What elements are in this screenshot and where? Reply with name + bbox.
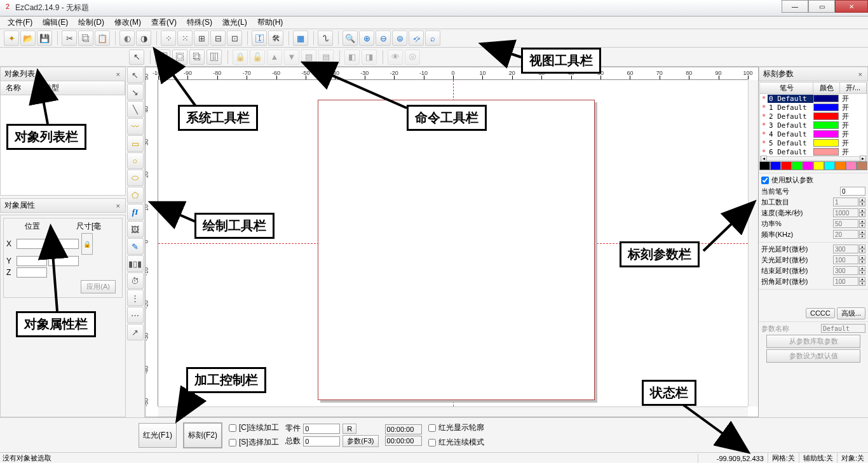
pen-row[interactable]: *5 Default开 — [760, 138, 867, 147]
cccc-button[interactable]: CCCC — [806, 308, 835, 318]
menu-edit[interactable]: 编辑(E) — [37, 16, 73, 29]
status-grid[interactable]: 网格:关 — [768, 453, 799, 463]
fill-icon[interactable]: ▨ — [301, 50, 316, 65]
set-default-button[interactable]: 参数设为默认值 — [766, 349, 860, 363]
snap-obj-icon[interactable]: ⊡ — [227, 30, 242, 46]
from-lib-button[interactable]: 从参数库取参数 — [766, 335, 860, 348]
color-swatch[interactable] — [835, 161, 846, 170]
menu-modify[interactable]: 修改(M) — [109, 16, 146, 29]
scrollbar-vertical[interactable] — [748, 80, 758, 406]
param-name-input[interactable] — [821, 324, 865, 333]
zoom-all-icon[interactable]: 🝰 — [409, 30, 424, 46]
ungroup-icon[interactable]: ⿴ — [172, 50, 187, 65]
zoom-out-icon[interactable]: ⊖ — [376, 30, 391, 46]
redo-icon[interactable]: ◑ — [136, 30, 151, 46]
pen-row[interactable]: *2 Default开 — [760, 112, 867, 121]
select-mark-checkbox[interactable] — [229, 439, 236, 446]
menu-laser[interactable]: 激光(L) — [217, 16, 252, 29]
break-icon[interactable]: ⿲ — [207, 50, 222, 65]
advanced-button[interactable]: 高级... — [837, 307, 865, 319]
draw-ellipse-icon[interactable]: ⬭ — [127, 170, 144, 186]
color-swatch[interactable] — [803, 161, 813, 170]
pen-row[interactable]: *4 Default开 — [760, 130, 867, 138]
pen-row[interactable]: *1 Default开 — [760, 103, 867, 112]
pen-row[interactable]: *3 Default开 — [760, 121, 867, 130]
object-prop-close-icon[interactable]: × — [115, 202, 121, 210]
sys-param-icon[interactable]: 🇮 — [252, 30, 267, 46]
mark-param-close-icon[interactable]: × — [857, 70, 864, 78]
draw-select-icon[interactable]: ↖ — [127, 67, 144, 83]
draw-text-icon[interactable]: fI — [127, 204, 144, 220]
red-light-button[interactable]: 红光(F1) — [139, 423, 177, 448]
align-icon[interactable]: ▤ — [318, 50, 334, 65]
calc-icon[interactable]: ▦ — [293, 30, 308, 46]
copy-icon[interactable]: ⿻ — [78, 30, 93, 46]
menu-file[interactable]: 文件(F) — [3, 16, 37, 29]
power-input[interactable] — [833, 219, 858, 228]
zoom-sel-icon[interactable]: ⌕ — [425, 30, 440, 46]
color-palette[interactable] — [759, 161, 867, 170]
draw-line-icon[interactable]: ╲ — [127, 101, 144, 117]
off-delay-input[interactable] — [833, 255, 858, 264]
draw-circle-icon[interactable]: ○ — [127, 152, 144, 169]
to-back-icon[interactable]: ▼ — [284, 50, 299, 65]
combine-icon[interactable]: ⿻ — [189, 50, 205, 65]
mirror-h-icon[interactable]: ◧ — [344, 50, 360, 65]
status-guide[interactable]: 辅助线:关 — [799, 453, 837, 463]
part-input[interactable] — [303, 424, 340, 434]
r-button[interactable]: R — [342, 424, 356, 434]
draw-input-icon[interactable]: ⋮ — [127, 290, 144, 306]
continuous-mode-checkbox[interactable] — [428, 439, 436, 446]
color-swatch[interactable] — [813, 161, 824, 170]
eye-icon[interactable]: 👁 — [388, 50, 403, 65]
cut-icon[interactable]: ✂ — [62, 30, 77, 46]
color-swatch[interactable] — [824, 161, 835, 170]
menu-draw[interactable]: 绘制(D) — [73, 16, 109, 29]
count-input[interactable] — [833, 198, 858, 206]
pos-y-input[interactable] — [17, 256, 47, 266]
color-swatch[interactable] — [770, 161, 781, 170]
unlock-icon[interactable]: 🔓 — [250, 50, 265, 65]
cur-pen-input[interactable] — [840, 187, 865, 196]
draw-polygon-icon[interactable]: ⬠ — [127, 187, 144, 203]
pen-table[interactable]: 笔号 颜色 开/... *0 Default开*1 Default开*2 Def… — [759, 82, 867, 161]
continuous-mark-checkbox[interactable] — [229, 424, 236, 432]
close-button[interactable]: ✕ — [835, 0, 868, 13]
mark-button[interactable]: 标刻(F2) — [183, 422, 222, 448]
pos-z-input[interactable] — [17, 267, 47, 278]
draw-barcode-icon[interactable]: ▮▯▮ — [127, 255, 144, 272]
corner-delay-input[interactable] — [833, 277, 858, 286]
open-file-icon[interactable]: 📂 — [20, 30, 36, 46]
draw-node-icon[interactable]: ↘ — [127, 84, 144, 100]
size-x-input[interactable] — [48, 239, 79, 249]
tools-icon[interactable]: 🛠 — [268, 30, 283, 46]
end-delay-input[interactable] — [833, 266, 858, 275]
use-default-checkbox[interactable] — [761, 177, 769, 184]
draw-vector-icon[interactable]: ✎ — [127, 238, 144, 255]
status-snap[interactable]: 对象:关 — [837, 453, 868, 463]
draw-image-icon[interactable]: 🖼 — [127, 221, 144, 238]
object-list-col-type[interactable]: 类型 — [39, 81, 125, 95]
save-file-icon[interactable]: 💾 — [37, 30, 52, 46]
color-swatch[interactable] — [759, 161, 770, 170]
zoom-icon[interactable]: 🔍 — [342, 30, 358, 46]
maximize-button[interactable]: ▭ — [808, 0, 835, 13]
speed-input[interactable] — [833, 208, 858, 217]
pos-x-input[interactable] — [17, 239, 47, 249]
paste-icon[interactable]: 📋 — [95, 30, 110, 46]
lock-icon[interactable]: 🔒 — [233, 50, 248, 65]
color-swatch[interactable] — [846, 161, 857, 170]
port-icon[interactable]: ᔐ — [318, 30, 333, 46]
color-swatch[interactable] — [781, 161, 792, 170]
group-icon[interactable]: ⿺ — [155, 50, 170, 65]
draw-rect-icon[interactable]: ▭ — [127, 135, 144, 152]
zoom-fit-icon[interactable]: ⊜ — [392, 30, 407, 46]
menu-help[interactable]: 帮助(H) — [252, 16, 288, 29]
lock-aspect-icon[interactable]: 🔒 — [81, 233, 93, 255]
freq-input[interactable] — [833, 230, 858, 239]
to-front-icon[interactable]: ▲ — [267, 50, 282, 65]
total-input[interactable] — [303, 436, 340, 446]
menu-view[interactable]: 查看(V) — [146, 16, 182, 29]
draw-extend-icon[interactable]: ↗ — [127, 324, 144, 340]
show-outline-checkbox[interactable] — [428, 424, 436, 432]
